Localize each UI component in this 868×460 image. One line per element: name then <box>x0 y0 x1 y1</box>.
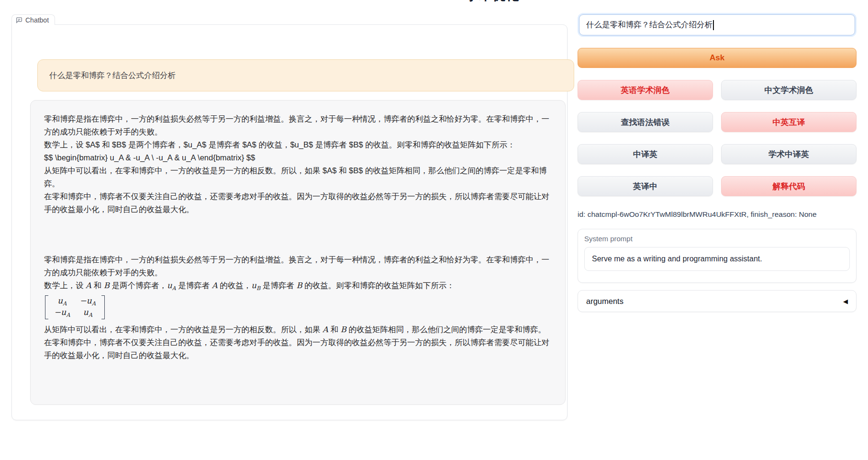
system-prompt-box: System prompt Serve me as a writing and … <box>578 229 857 283</box>
math-token: B <box>104 281 110 290</box>
chatbot-label-text: Chatbot <box>25 16 49 24</box>
matrix-right-bracket <box>101 295 105 319</box>
math-token: −uA <box>80 296 96 307</box>
bot-message-bubble: 零和博弈是指在博弈中，一方的利益损失必然等于另一方的利益增益。换言之，对于每一种… <box>30 100 566 405</box>
math-token: B <box>296 281 302 290</box>
math-token: uA <box>167 281 176 290</box>
quick-button-中译英[interactable]: 中译英 <box>578 144 713 164</box>
system-prompt-label: System prompt <box>584 235 850 243</box>
chatbot-label: Chatbot <box>11 14 55 25</box>
quick-buttons-grid: 英语学术润色中文学术润色查找语法错误中英互译中译英学术中译英英译中解释代码 <box>578 80 857 196</box>
bot-message-line: $$ \begin{bmatrix} u_A & -u_A \ -u_A & u… <box>44 151 552 164</box>
quick-button-中英互译[interactable]: 中英互译 <box>721 112 857 132</box>
bot-message-line: 数学上，设 $A$ 和 $B$ 是两个博弈者，$u_A$ 是博弈者 $A$ 的收… <box>44 138 552 151</box>
system-prompt-input[interactable]: Serve me as a writing and programming as… <box>584 247 850 271</box>
arguments-accordion[interactable]: arguments ◀ <box>578 290 857 312</box>
bot-message-raw-block: 零和博弈是指在博弈中，一方的利益损失必然等于另一方的利益增益。换言之，对于每一种… <box>44 112 552 216</box>
chatbot-panel: 什么是零和博弈？结合公式介绍分析 零和博弈是指在博弈中，一方的利益损失必然等于另… <box>11 24 568 420</box>
bot-message-line: uA−uA−uAuA <box>44 293 552 323</box>
quick-button-学术中译英[interactable]: 学术中译英 <box>721 144 857 164</box>
bot-message-line: 从矩阵中可以看出，在零和博弈中，一方的收益是另一方的相反数。所以，如果 $A$ … <box>44 164 552 190</box>
matrix-entries: uA−uA−uAuA <box>48 295 101 319</box>
page-title: ChatGPT 学术优化 <box>364 0 560 3</box>
question-input[interactable]: 什么是零和博弈？结合公式介绍分析 <box>579 14 855 35</box>
bot-message-line: 在零和博弈中，博弈者不仅要关注自己的收益，还需要考虑对手的收益。因为一方取得的收… <box>44 336 552 362</box>
quick-button-中文学术润色[interactable]: 中文学术润色 <box>721 80 857 100</box>
math-token: A <box>86 281 91 290</box>
user-message-bubble: 什么是零和博弈？结合公式介绍分析 <box>37 59 574 91</box>
matrix-left-bracket <box>45 295 48 319</box>
text-caret <box>713 20 714 30</box>
user-message-text: 什么是零和博弈？结合公式介绍分析 <box>49 71 176 79</box>
quick-button-英译中[interactable]: 英译中 <box>578 176 713 196</box>
bot-message-line: 零和博弈是指在博弈中，一方的利益损失必然等于另一方的利益增益。换言之，对于每一种… <box>44 112 552 138</box>
accordion-collapse-icon[interactable]: ◀ <box>843 298 848 304</box>
math-token: A <box>323 325 328 334</box>
quick-button-英语学术润色[interactable]: 英语学术润色 <box>578 80 713 100</box>
math-token: −uA <box>54 307 70 319</box>
math-token: A <box>212 281 218 290</box>
ask-button[interactable]: Ask <box>578 48 857 68</box>
bot-message-line: 从矩阵中可以看出，在零和博弈中，一方的收益是另一方的相反数。所以，如果 A 和 … <box>44 323 552 336</box>
message-block-gap <box>44 216 552 253</box>
question-input-value: 什么是零和博弈？结合公式介绍分析 <box>586 20 712 30</box>
quick-button-解释代码[interactable]: 解释代码 <box>721 176 857 196</box>
payoff-matrix: uA−uA−uAuA <box>45 295 105 319</box>
bot-message-line: 数学上，设 A 和 B 是两个博弈者，uA 是博弈者 A 的收益，uB 是博弈者… <box>44 279 552 293</box>
bot-message-line: 零和博弈是指在博弈中，一方的利益损失必然等于另一方的利益增益。换言之，对于每一种… <box>44 253 552 279</box>
system-prompt-value: Serve me as a writing and programming as… <box>592 255 762 263</box>
bot-message-rendered-block: 零和博弈是指在博弈中，一方的利益损失必然等于另一方的利益增益。换言之，对于每一种… <box>44 253 552 362</box>
quick-button-查找语法错误[interactable]: 查找语法错误 <box>578 112 713 132</box>
math-token: B <box>341 325 346 334</box>
math-token: uB <box>251 281 260 290</box>
bot-message-line: 在零和博弈中，博弈者不仅要关注自己的收益，还需要考虑对手的收益。因为一方取得的收… <box>44 190 552 216</box>
math-token: uA <box>83 307 92 319</box>
chat-bubble-icon <box>16 17 22 23</box>
response-status-line: id: chatcmpl-6wOo7KrYTwMl89lbrMWRu4UkFFX… <box>578 210 857 219</box>
arguments-accordion-label: arguments <box>586 297 623 306</box>
math-token: uA <box>57 296 67 307</box>
